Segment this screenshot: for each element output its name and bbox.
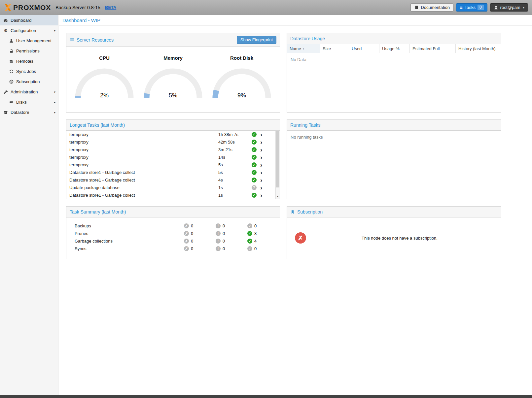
sidebar-item-datastore[interactable]: Datastore ▾ xyxy=(0,107,58,117)
task-row[interactable]: termproxy 1h 38m 7s ✓ › xyxy=(66,131,275,138)
sidebar-item-disks[interactable]: Disks ▸ xyxy=(0,97,58,107)
sidebar-item-user-management[interactable]: User Management xyxy=(0,36,58,46)
sidebar-item-sync-jobs[interactable]: Sync Jobs xyxy=(0,66,58,77)
ok-count-icon: ✓ xyxy=(247,223,252,228)
user-menu-button[interactable]: root@pam ▾ xyxy=(490,3,528,12)
task-duration: 14s xyxy=(218,155,250,160)
wrench-icon xyxy=(3,90,8,94)
chevron-right-icon[interactable]: › xyxy=(260,131,262,138)
chevron-right-icon[interactable]: › xyxy=(260,139,262,145)
task-list-icon: ≡ xyxy=(460,5,463,10)
summary-row-backups: Backups ✗0 !0 ✓0 xyxy=(66,222,280,230)
page-title: Dashboard - WIP xyxy=(59,15,532,26)
column-header-usage-percent[interactable]: Usage % xyxy=(379,44,410,53)
sidebar-item-label: Configuration xyxy=(11,28,36,33)
subscription-title: Subscription xyxy=(297,209,323,215)
chevron-right-icon[interactable]: › xyxy=(260,177,262,183)
proxmox-x-icon xyxy=(4,4,12,12)
sidebar-item-configuration[interactable]: ⚙ Configuration ▾ xyxy=(0,25,58,36)
memory-gauge-value: 5% xyxy=(169,92,177,99)
scrollbar[interactable]: ▼ xyxy=(275,131,280,199)
chevron-right-icon[interactable]: › xyxy=(260,147,262,153)
task-summary-panel: Task Summary (last Month) Backups ✗0 !0 … xyxy=(66,206,280,259)
task-row[interactable]: Datastore store1 - Garbage collect 5s ✓ … xyxy=(66,169,275,176)
sidebar-item-label: Remotes xyxy=(16,59,33,64)
task-duration: 5s xyxy=(218,162,250,167)
ok-count-icon: ✓ xyxy=(247,239,252,244)
column-header-estimated-full[interactable]: Estimated Full xyxy=(410,44,456,53)
task-name: Update package database xyxy=(66,185,218,190)
chevron-right-icon[interactable]: › xyxy=(260,184,262,191)
show-fingerprint-button[interactable]: Show Fingerprint xyxy=(237,36,276,44)
task-duration: 5s xyxy=(218,170,250,175)
task-row[interactable]: termproxy 42m 58s ✓ › xyxy=(66,138,275,146)
column-header-name[interactable]: Name ↑ xyxy=(287,44,320,53)
book-icon xyxy=(414,5,419,10)
datastore-usage-title: Datastore Usage xyxy=(290,36,325,41)
sidebar: Dashboard ⚙ Configuration ▾ User Managem… xyxy=(0,15,58,395)
task-row[interactable]: Datastore store1 - Garbage collect 1s ✓ … xyxy=(66,191,275,199)
error-count-icon: ✗ xyxy=(184,239,189,244)
task-name: termproxy xyxy=(66,132,218,137)
chevron-right-icon[interactable]: › xyxy=(260,162,262,168)
main-content: Dashboard - WIP Server Resources Show Fi… xyxy=(59,15,532,395)
task-name: Datastore store1 - Garbage collect xyxy=(66,170,218,175)
scrollbar-thumb[interactable] xyxy=(276,131,279,187)
caret-down-icon[interactable]: ▾ xyxy=(54,111,55,114)
chevron-right-icon[interactable]: › xyxy=(260,192,262,198)
server-resources-panel: Server Resources Show Fingerprint CPU 2%… xyxy=(66,33,280,113)
task-name: termproxy xyxy=(66,162,218,167)
sidebar-item-subscription[interactable]: Subscription xyxy=(0,77,58,87)
documentation-button[interactable]: Documentation xyxy=(410,3,453,12)
root-disk-gauge-label: Root Disk xyxy=(207,55,276,61)
root-disk-gauge: Root Disk 9% xyxy=(207,55,276,112)
scroll-down-button[interactable]: ▼ xyxy=(276,194,280,199)
task-row[interactable]: Datastore store1 - Garbage collect 4s ✓ … xyxy=(66,176,275,184)
task-summary-title: Task Summary (last Month) xyxy=(70,209,126,215)
summary-label: Prunes xyxy=(75,231,184,236)
status-ok-icon: ✓ xyxy=(252,140,257,145)
task-row[interactable]: termproxy 14s ✓ › xyxy=(66,153,275,161)
bottom-edge xyxy=(0,395,532,398)
error-count-icon: ✗ xyxy=(184,246,189,251)
running-tasks-panel: Running Tasks No running tasks xyxy=(287,119,501,199)
user-label: root@pam xyxy=(500,5,520,10)
warning-count-icon: ! xyxy=(216,231,221,236)
warning-count-icon: ! xyxy=(216,246,221,251)
sidebar-item-remotes[interactable]: Remotes xyxy=(0,56,58,66)
status-ok-icon: ✓ xyxy=(252,178,257,182)
caret-down-icon[interactable]: ▾ xyxy=(54,29,55,32)
tasks-button[interactable]: ≡ Tasks 0 xyxy=(456,3,487,12)
column-header-history[interactable]: History (last Month) xyxy=(456,44,501,53)
archive-icon xyxy=(3,110,8,115)
caret-right-icon[interactable]: ▸ xyxy=(54,101,55,104)
lifering-icon xyxy=(9,80,14,84)
chevron-right-icon[interactable]: › xyxy=(260,169,262,176)
task-name: termproxy xyxy=(66,155,218,160)
summary-label: Backups xyxy=(75,223,184,228)
sidebar-item-label: Sync Jobs xyxy=(16,69,36,74)
sidebar-item-permissions[interactable]: Permissions xyxy=(0,46,58,56)
chevron-right-icon[interactable]: › xyxy=(260,154,262,160)
chevron-down-icon: ▾ xyxy=(523,6,524,9)
task-duration: 1s xyxy=(218,185,250,190)
server-resources-title: Server Resources xyxy=(77,37,114,43)
summary-row-prunes: Prunes ✗0 !0 ✓3 xyxy=(66,230,280,237)
caret-down-icon[interactable]: ▾ xyxy=(54,90,55,94)
server-resources-icon xyxy=(70,38,74,42)
unlock-icon xyxy=(9,49,14,53)
column-header-used[interactable]: Used xyxy=(349,44,379,53)
task-row[interactable]: termproxy 3m 21s ✓ › xyxy=(66,146,275,153)
sidebar-item-dashboard[interactable]: Dashboard xyxy=(0,15,58,25)
dashboard-icon xyxy=(3,18,8,23)
task-row[interactable]: termproxy 5s ✓ › xyxy=(66,161,275,169)
cpu-gauge: CPU 2% xyxy=(70,55,139,112)
hdd-icon xyxy=(9,100,14,105)
remotes-icon xyxy=(9,59,14,64)
gears-icon: ⚙ xyxy=(3,28,8,33)
task-row[interactable]: Update package database 1s ? › xyxy=(66,184,275,191)
task-duration: 4s xyxy=(218,178,250,182)
column-header-size[interactable]: Size xyxy=(320,44,349,53)
beta-link[interactable]: BETA xyxy=(105,5,116,10)
sidebar-item-administration[interactable]: Administration ▾ xyxy=(0,87,58,97)
